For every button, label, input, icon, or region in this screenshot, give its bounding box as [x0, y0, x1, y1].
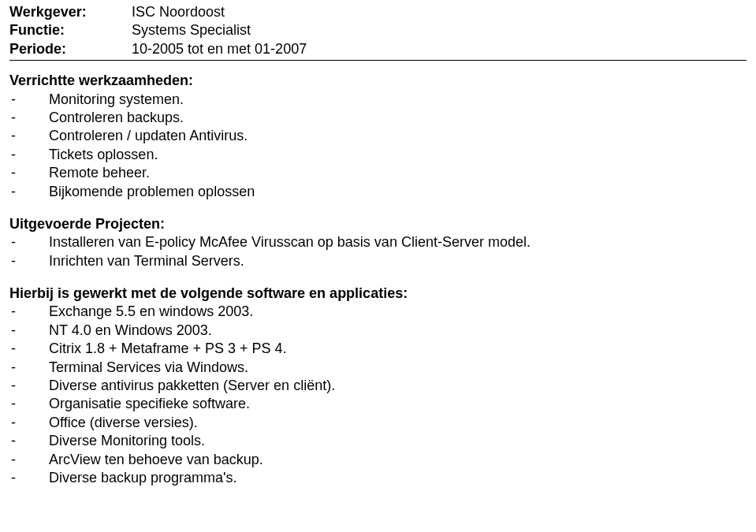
list-item: -Controleren / updaten Antivirus. [9, 127, 747, 145]
header-value-employer: ISC Noordoost [132, 3, 747, 21]
list-item: -Tickets oplossen. [9, 146, 747, 164]
list-item: -Exchange 5.5 en windows 2003. [9, 303, 747, 321]
list-item: -Monitoring systemen. [9, 91, 747, 109]
list-item-text: Organisatie specifieke software. [49, 395, 747, 413]
list-software: -Exchange 5.5 en windows 2003. -NT 4.0 e… [9, 303, 747, 487]
bullet-icon: - [9, 359, 49, 377]
bullet-icon: - [9, 146, 49, 164]
list-item-text: Exchange 5.5 en windows 2003. [49, 303, 747, 321]
list-projects: -Installeren van E-policy McAfee Virussc… [9, 233, 747, 270]
list-item: -Citrix 1.8 + Metaframe + PS 3 + PS 4. [9, 340, 747, 358]
list-item: -Installeren van E-policy McAfee Virussc… [9, 233, 747, 251]
header-row-employer: Werkgever: ISC Noordoost [9, 3, 747, 21]
bullet-icon: - [9, 109, 49, 127]
list-item: -Office (diverse versies). [9, 414, 747, 432]
list-duties: -Monitoring systemen. -Controleren backu… [9, 91, 747, 201]
list-item-text: Controleren / updaten Antivirus. [49, 127, 747, 145]
list-item-text: Controleren backups. [49, 109, 747, 127]
bullet-icon: - [9, 340, 49, 358]
list-item: -Diverse backup programma's. [9, 469, 747, 487]
list-item: -Bijkomende problemen oplossen [9, 183, 747, 201]
list-item-text: Office (diverse versies). [49, 414, 747, 432]
bullet-icon: - [9, 252, 49, 270]
header-value-period: 10-2005 tot en met 01-2007 [132, 40, 747, 58]
header-label-employer: Werkgever: [9, 3, 132, 21]
list-item-text: NT 4.0 en Windows 2003. [49, 322, 747, 340]
list-item-text: Citrix 1.8 + Metaframe + PS 3 + PS 4. [49, 340, 747, 358]
bullet-icon: - [9, 164, 49, 182]
document-page: Werkgever: ISC Noordoost Functie: System… [0, 0, 756, 517]
list-item-text: Diverse backup programma's. [49, 469, 747, 487]
header-value-role: Systems Specialist [132, 21, 747, 39]
list-item-text: Inrichten van Terminal Servers. [49, 252, 747, 270]
bullet-icon: - [9, 183, 49, 201]
bullet-icon: - [9, 395, 49, 413]
divider [9, 60, 747, 61]
bullet-icon: - [9, 91, 49, 109]
section-title-software: Hierbij is gewerkt met de volgende softw… [9, 285, 747, 303]
bullet-icon: - [9, 127, 49, 145]
bullet-icon: - [9, 322, 49, 340]
list-item-text: Monitoring systemen. [49, 91, 747, 109]
bullet-icon: - [9, 432, 49, 450]
list-item-text: Tickets oplossen. [49, 146, 747, 164]
header-label-role: Functie: [9, 21, 132, 39]
list-item: -ArcView ten behoeve van backup. [9, 451, 747, 469]
list-item-text: Remote beheer. [49, 164, 747, 182]
list-item-text: Bijkomende problemen oplossen [49, 183, 747, 201]
bullet-icon: - [9, 233, 49, 251]
list-item-text: Diverse Monitoring tools. [49, 432, 747, 450]
header-row-role: Functie: Systems Specialist [9, 21, 747, 39]
section-title-projects: Uitgevoerde Projecten: [9, 215, 747, 233]
list-item: -Controleren backups. [9, 109, 747, 127]
header-row-period: Periode: 10-2005 tot en met 01-2007 [9, 40, 747, 58]
bullet-icon: - [9, 414, 49, 432]
list-item: -Diverse antivirus pakketten (Server en … [9, 377, 747, 395]
section-title-duties: Verrichtte werkzaamheden: [9, 72, 747, 90]
list-item: -Organisatie specifieke software. [9, 395, 747, 413]
list-item: -Diverse Monitoring tools. [9, 432, 747, 450]
list-item: -NT 4.0 en Windows 2003. [9, 322, 747, 340]
list-item-text: Diverse antivirus pakketten (Server en c… [49, 377, 747, 395]
list-item: -Inrichten van Terminal Servers. [9, 252, 747, 270]
header-label-period: Periode: [9, 40, 132, 58]
list-item-text: ArcView ten behoeve van backup. [49, 451, 747, 469]
bullet-icon: - [9, 469, 49, 487]
list-item: -Remote beheer. [9, 164, 747, 182]
list-item-text: Terminal Services via Windows. [49, 359, 747, 377]
list-item-text: Installeren van E-policy McAfee Virussca… [49, 233, 747, 251]
list-item: -Terminal Services via Windows. [9, 359, 747, 377]
bullet-icon: - [9, 377, 49, 395]
bullet-icon: - [9, 451, 49, 469]
bullet-icon: - [9, 303, 49, 321]
